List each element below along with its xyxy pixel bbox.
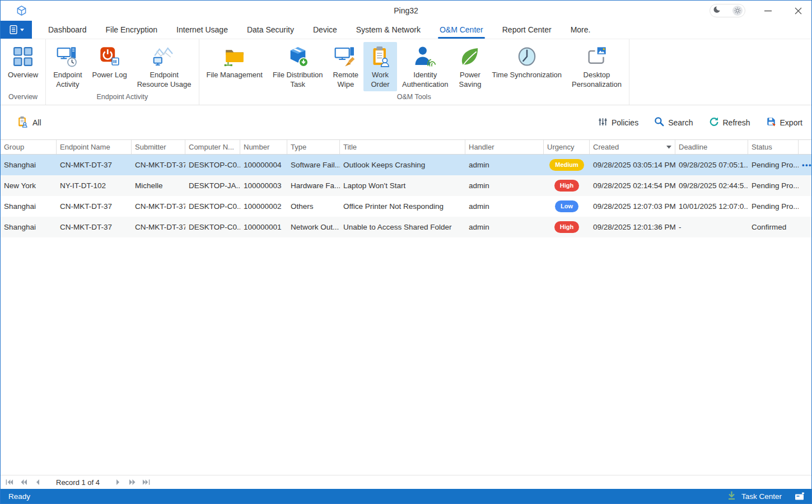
record-counter: Record 1 of 4 bbox=[56, 478, 100, 487]
column-header-title[interactable]: Title bbox=[340, 140, 465, 154]
titlebar: Ping32 bbox=[1, 1, 811, 21]
tab-strip: Dashboard File Encryption Internet Usage… bbox=[32, 21, 600, 39]
search-icon bbox=[654, 116, 664, 128]
ribbon-group-label-om-tools: O&M Tools bbox=[199, 91, 629, 105]
ribbon-item-file-management[interactable]: File Management bbox=[202, 42, 268, 82]
fast-next-button[interactable] bbox=[128, 478, 137, 487]
tab-file-encryption[interactable]: File Encryption bbox=[96, 21, 167, 39]
policies-button[interactable]: Policies bbox=[598, 117, 638, 128]
tab-data-security[interactable]: Data Security bbox=[237, 21, 304, 39]
sort-desc-icon bbox=[663, 146, 671, 149]
search-button[interactable]: Search bbox=[654, 116, 693, 128]
app-window: Ping32 Dashboard File bbox=[0, 0, 812, 504]
toolbar-actions: Policies Search Refresh Export bbox=[598, 116, 802, 128]
identity-authentication-icon bbox=[414, 44, 436, 69]
ribbon-item-identity-authentication[interactable]: IdentityAuthentication bbox=[397, 42, 453, 91]
filter-all-dropdown[interactable]: All bbox=[16, 116, 41, 129]
close-button[interactable] bbox=[790, 4, 806, 17]
table-row[interactable]: Shanghai CN-MKT-DT-37 CN-MKT-DT-37 DESKT… bbox=[1, 155, 811, 175]
time-synchronization-icon bbox=[516, 44, 538, 69]
ribbon-item-time-synchronization[interactable]: Time Synchronization bbox=[487, 42, 567, 82]
task-center-label: Task Center bbox=[741, 492, 782, 501]
policies-icon bbox=[598, 117, 608, 128]
statusbar: Ready Task Center bbox=[1, 489, 811, 503]
endpoint-resource-usage-icon bbox=[153, 44, 175, 69]
tab-more[interactable]: More. bbox=[561, 21, 600, 39]
overview-grid-icon bbox=[12, 44, 34, 69]
ribbon-item-work-order[interactable]: WorkOrder bbox=[363, 42, 397, 91]
urgency-badge: High bbox=[554, 180, 579, 192]
desktop-personalization-icon bbox=[585, 44, 608, 69]
pagination-bar: Record 1 of 4 bbox=[1, 475, 811, 489]
work-order-icon bbox=[369, 44, 391, 69]
tab-report-center[interactable]: Report Center bbox=[493, 21, 561, 39]
work-order-filter-icon bbox=[16, 116, 28, 129]
remote-wipe-icon bbox=[334, 44, 357, 69]
window-title: Ping32 bbox=[1, 6, 811, 15]
table-row[interactable]: New York NY-IT-DT-102 Michelle DESKTOP-J… bbox=[1, 175, 811, 196]
task-console-icon[interactable] bbox=[795, 492, 805, 501]
last-page-button[interactable] bbox=[142, 478, 151, 487]
table-header: Group Endpoint Name Submitter Computer N… bbox=[1, 139, 811, 155]
ribbon-group-label-endpoint-activity: Endpoint Activity bbox=[46, 91, 198, 105]
theme-toggle[interactable] bbox=[710, 4, 745, 17]
main-menu-button[interactable] bbox=[1, 21, 32, 39]
column-header-filler bbox=[799, 140, 811, 154]
ribbon-item-file-distribution-task[interactable]: File DistributionTask bbox=[268, 42, 328, 91]
column-header-urgency[interactable]: Urgency bbox=[544, 140, 590, 154]
ribbon-item-remote-wipe[interactable]: RemoteWipe bbox=[328, 42, 364, 91]
column-header-type[interactable]: Type bbox=[287, 140, 340, 154]
column-header-deadline[interactable]: Deadline bbox=[675, 140, 748, 154]
ribbon-item-desktop-personalization[interactable]: DesktopPersonalization bbox=[567, 42, 627, 91]
ribbon-item-overview[interactable]: Overview bbox=[3, 42, 43, 82]
column-header-group[interactable]: Group bbox=[1, 140, 57, 154]
fast-previous-button[interactable] bbox=[19, 478, 28, 487]
endpoint-activity-icon bbox=[57, 44, 79, 69]
column-header-submitter[interactable]: Submitter bbox=[132, 140, 185, 154]
tab-om-center[interactable]: O&M Center bbox=[430, 21, 493, 39]
column-header-computer-name[interactable]: Computer N... bbox=[185, 140, 240, 154]
column-header-number[interactable]: Number bbox=[240, 140, 287, 154]
column-header-created[interactable]: Created bbox=[590, 140, 675, 154]
previous-page-button[interactable] bbox=[33, 478, 42, 487]
ribbon-group-label-overview: Overview bbox=[1, 91, 45, 105]
work-order-table: Group Endpoint Name Submitter Computer N… bbox=[1, 139, 811, 475]
filter-all-label: All bbox=[32, 118, 41, 127]
first-page-button[interactable] bbox=[5, 478, 14, 487]
file-distribution-task-icon bbox=[287, 44, 309, 69]
task-center-button[interactable]: Task Center bbox=[727, 491, 805, 502]
ribbon-group-overview: Overview Overview bbox=[1, 39, 46, 105]
ribbon-item-power-saving[interactable]: PowerSaving bbox=[453, 42, 487, 91]
ribbon-group-om-tools: File Management File DistributionTask Re… bbox=[199, 39, 629, 105]
urgency-badge: Low bbox=[555, 200, 578, 212]
download-arrow-icon bbox=[727, 491, 736, 502]
ribbon-item-power-log[interactable]: Power Log bbox=[87, 42, 132, 82]
main-menu-bar: Dashboard File Encryption Internet Usage… bbox=[1, 21, 811, 39]
column-header-handler[interactable]: Handler bbox=[465, 140, 544, 154]
minimize-button[interactable] bbox=[760, 4, 776, 17]
refresh-button[interactable]: Refresh bbox=[709, 116, 750, 128]
tab-dashboard[interactable]: Dashboard bbox=[39, 21, 96, 39]
urgency-badge: Medium bbox=[549, 159, 584, 171]
column-header-endpoint-name[interactable]: Endpoint Name bbox=[57, 140, 132, 154]
export-button[interactable]: Export bbox=[766, 116, 802, 128]
export-icon bbox=[766, 116, 776, 128]
status-text: Ready bbox=[8, 492, 30, 501]
next-page-button[interactable] bbox=[114, 478, 123, 487]
tab-internet-usage[interactable]: Internet Usage bbox=[167, 21, 237, 39]
file-management-icon bbox=[223, 44, 246, 69]
ribbon-item-endpoint-resource-usage[interactable]: EndpointResource Usage bbox=[132, 42, 197, 91]
column-header-status[interactable]: Status bbox=[748, 140, 799, 154]
table-empty-area bbox=[1, 237, 811, 475]
ribbon-group-endpoint-activity: EndpointActivity Power Log EndpointResou… bbox=[46, 39, 199, 105]
tab-device[interactable]: Device bbox=[304, 21, 347, 39]
power-log-icon bbox=[99, 44, 121, 69]
table-row[interactable]: Shanghai CN-MKT-DT-37 CN-MKT-DT-37 DESKT… bbox=[1, 196, 811, 217]
tab-system-network[interactable]: System & Network bbox=[347, 21, 430, 39]
table-row[interactable]: Shanghai CN-MKT-DT-37 CN-MKT-DT-37 DESKT… bbox=[1, 217, 811, 237]
ribbon-spacer bbox=[629, 39, 811, 105]
urgency-badge: High bbox=[554, 221, 579, 233]
row-actions-button[interactable]: ••• bbox=[802, 161, 811, 169]
ribbon-item-endpoint-activity[interactable]: EndpointActivity bbox=[48, 42, 87, 91]
power-saving-icon bbox=[459, 44, 481, 69]
